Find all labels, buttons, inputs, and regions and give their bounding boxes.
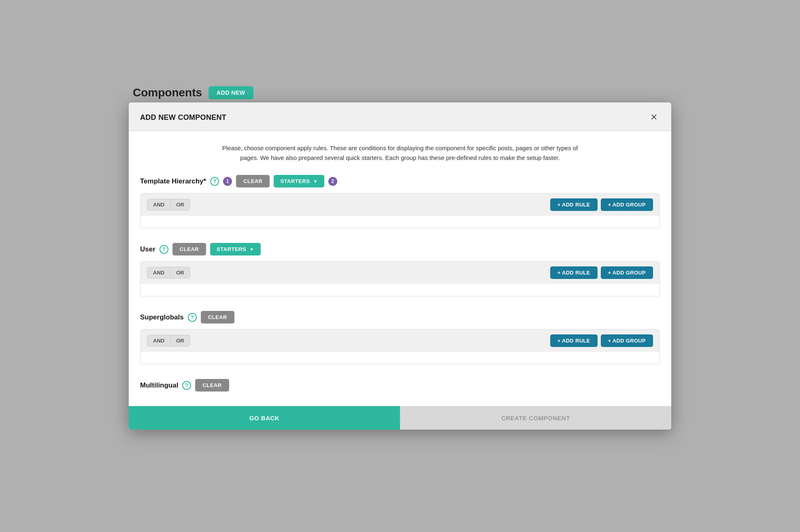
superglobals-action-buttons: + ADD RULE + ADD GROUP — [550, 334, 653, 347]
superglobals-add-rule-button[interactable]: + ADD RULE — [550, 334, 598, 347]
section-user: User ? CLEAR STARTERS ▼ AND OR — [140, 243, 660, 296]
superglobals-rule-box-content — [140, 352, 660, 364]
template-hierarchy-add-rule-button[interactable]: + ADD RULE — [550, 198, 598, 211]
user-or-button[interactable]: OR — [170, 267, 190, 278]
create-component-button[interactable]: CREATE COMPONENT — [400, 406, 671, 430]
template-hierarchy-label: Template Hierarchy* — [140, 177, 206, 185]
user-and-button[interactable]: AND — [147, 267, 170, 278]
template-hierarchy-action-buttons: + ADD RULE + ADD GROUP — [550, 198, 653, 211]
superglobals-or-button[interactable]: OR — [170, 335, 190, 346]
section-user-header: User ? CLEAR STARTERS ▼ — [140, 243, 660, 255]
template-hierarchy-or-button[interactable]: OR — [170, 199, 190, 210]
template-hierarchy-help-icon[interactable]: ? — [210, 177, 219, 186]
superglobals-clear-button[interactable]: CLEAR — [201, 311, 234, 323]
multilingual-clear-button[interactable]: CLEAR — [195, 379, 229, 392]
section-superglobals-header: Superglobals ? CLEAR — [140, 311, 660, 323]
page-title: Components — [133, 86, 202, 99]
user-and-or: AND OR — [147, 267, 190, 279]
template-hierarchy-add-group-button[interactable]: + ADD GROUP — [601, 198, 653, 211]
modal-header: ADD NEW COMPONENT ✕ — [129, 102, 671, 131]
modal-title: ADD NEW COMPONENT — [140, 113, 226, 122]
template-hierarchy-and-button[interactable]: AND — [147, 199, 170, 210]
template-hierarchy-rule-box-header: AND OR + ADD RULE + ADD GROUP — [140, 194, 660, 216]
multilingual-label: Multilingual — [140, 381, 178, 389]
modal-close-button[interactable]: ✕ — [648, 111, 660, 123]
section-template-hierarchy-header: Template Hierarchy* ? 1 CLEAR STARTERS ▼… — [140, 175, 660, 187]
template-hierarchy-rule-box-content — [140, 216, 660, 228]
user-starters-button[interactable]: STARTERS ▼ — [210, 243, 261, 255]
modal-body: Please, choose component apply rules. Th… — [129, 131, 671, 406]
user-add-group-button[interactable]: + ADD GROUP — [601, 266, 653, 279]
multilingual-help-icon[interactable]: ? — [182, 381, 191, 390]
user-help-icon[interactable]: ? — [160, 245, 168, 254]
section-multilingual: Multilingual ? CLEAR — [140, 379, 660, 392]
go-back-button[interactable]: GO BACK — [129, 406, 400, 430]
template-hierarchy-badge2: 2 — [328, 177, 337, 186]
section-template-hierarchy: Template Hierarchy* ? 1 CLEAR STARTERS ▼… — [140, 175, 660, 228]
template-hierarchy-starters-button[interactable]: STARTERS ▼ — [274, 175, 324, 187]
template-hierarchy-clear-button[interactable]: CLEAR — [236, 175, 270, 187]
user-rule-box-content — [140, 284, 660, 296]
add-new-button[interactable]: ADD NEW — [209, 86, 253, 99]
template-hierarchy-badge1: 1 — [223, 177, 232, 186]
user-starters-chevron-icon: ▼ — [249, 247, 254, 252]
superglobals-rule-box-header: AND OR + ADD RULE + ADD GROUP — [140, 330, 660, 352]
user-action-buttons: + ADD RULE + ADD GROUP — [550, 266, 653, 279]
modal: ADD NEW COMPONENT ✕ Please, choose compo… — [129, 102, 671, 430]
superglobals-help-icon[interactable]: ? — [188, 313, 197, 322]
user-label: User — [140, 245, 155, 253]
user-clear-button[interactable]: CLEAR — [172, 243, 206, 255]
superglobals-add-group-button[interactable]: + ADD GROUP — [601, 334, 653, 347]
template-hierarchy-rule-box: AND OR + ADD RULE + ADD GROUP — [140, 193, 660, 228]
superglobals-and-or: AND OR — [147, 335, 190, 347]
superglobals-and-button[interactable]: AND — [147, 335, 170, 346]
modal-footer: GO BACK CREATE COMPONENT — [129, 406, 671, 430]
template-hierarchy-and-or: AND OR — [147, 199, 190, 211]
user-add-rule-button[interactable]: + ADD RULE — [550, 266, 598, 279]
user-rule-box-header: AND OR + ADD RULE + ADD GROUP — [140, 262, 660, 284]
description-text: Please, choose component apply rules. Th… — [214, 143, 586, 163]
superglobals-label: Superglobals — [140, 313, 184, 321]
section-multilingual-header: Multilingual ? CLEAR — [140, 379, 660, 392]
superglobals-rule-box: AND OR + ADD RULE + ADD GROUP — [140, 329, 660, 364]
starters-chevron-icon: ▼ — [313, 179, 318, 184]
section-superglobals: Superglobals ? CLEAR AND OR + ADD RULE +… — [140, 311, 660, 364]
user-rule-box: AND OR + ADD RULE + ADD GROUP — [140, 261, 660, 296]
